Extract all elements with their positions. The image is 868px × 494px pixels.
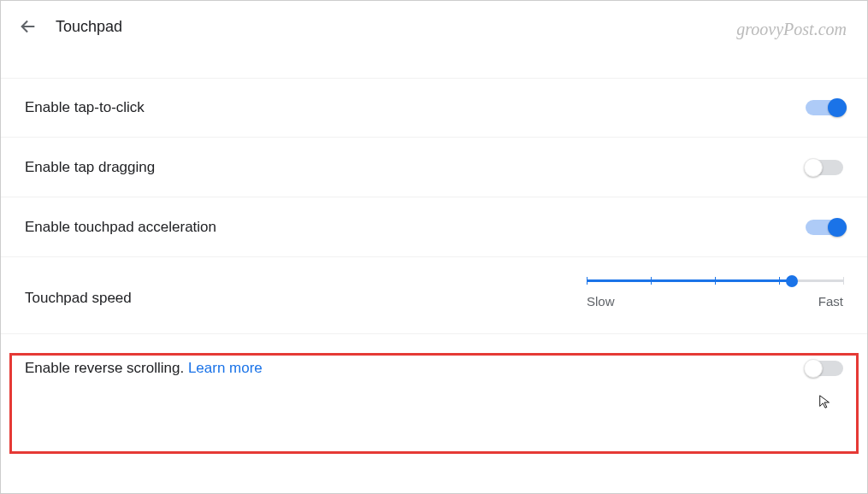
row-acceleration: Enable touchpad acceleration <box>1 197 867 257</box>
settings-list: Enable tap-to-click Enable tap dragging … <box>1 52 867 420</box>
learn-more-link[interactable]: Learn more <box>188 360 263 376</box>
label-tap-to-click: Enable tap-to-click <box>25 99 145 116</box>
slider-label-fast: Fast <box>818 294 843 309</box>
toggle-acceleration[interactable] <box>806 220 843 235</box>
slider-touchpad-speed[interactable]: Slow Fast <box>587 276 843 309</box>
label-tap-dragging: Enable tap dragging <box>25 159 155 176</box>
toggle-tap-to-click[interactable] <box>806 100 843 115</box>
label-touchpad-speed: Touchpad speed <box>25 276 132 307</box>
row-tap-to-click: Enable tap-to-click <box>1 78 867 138</box>
page-title: Touchpad <box>56 18 122 36</box>
arrow-left-icon <box>19 17 38 36</box>
watermark: groovyPost.com <box>736 20 847 39</box>
row-reverse-scrolling: Enable reverse scrolling. Learn more <box>1 334 867 420</box>
label-reverse-scrolling: Enable reverse scrolling. Learn more <box>25 360 263 377</box>
toggle-reverse-scrolling[interactable] <box>806 361 843 376</box>
cursor-icon <box>818 394 833 409</box>
label-acceleration: Enable touchpad acceleration <box>25 219 216 236</box>
row-touchpad-speed: Touchpad speed Slow Fast <box>1 257 867 334</box>
toggle-tap-dragging[interactable] <box>806 160 843 175</box>
row-tap-dragging: Enable tap dragging <box>1 138 867 197</box>
slider-label-slow: Slow <box>587 294 615 309</box>
back-button[interactable] <box>18 16 38 37</box>
